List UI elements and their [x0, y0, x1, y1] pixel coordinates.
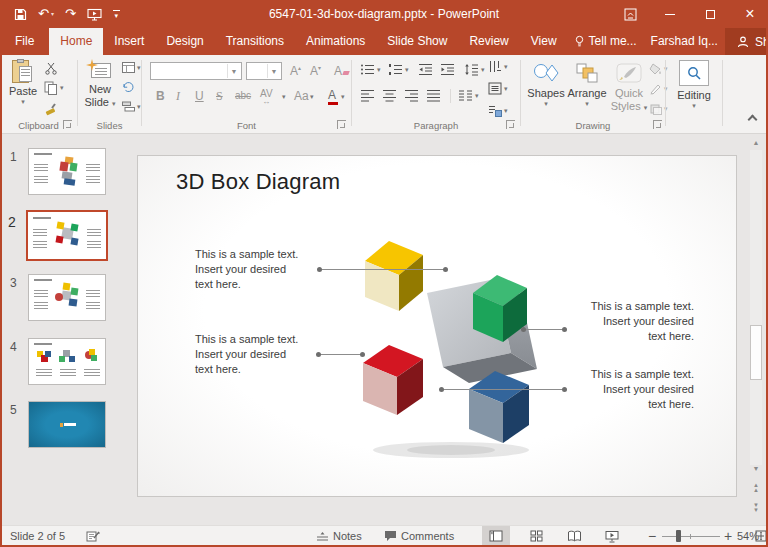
scrollbar-track[interactable]	[750, 150, 762, 465]
tab-slide-show[interactable]: Slide Show	[376, 28, 458, 55]
shape-effects-icon	[649, 103, 662, 115]
yellow-box[interactable]	[365, 241, 423, 311]
font-color-button[interactable]: A	[328, 88, 338, 105]
paragraph-dialog-launcher[interactable]	[506, 120, 515, 129]
paste-button[interactable]: Paste ▾	[7, 59, 39, 106]
align-left-button[interactable]	[360, 89, 375, 102]
slide-canvas[interactable]: 3D Box Diagram	[137, 155, 737, 497]
align-center-button[interactable]	[382, 89, 397, 102]
increase-indent-button[interactable]	[440, 63, 455, 76]
font-size-dropdown-icon[interactable]: ▼	[267, 64, 280, 78]
notes-button[interactable]: Notes	[316, 526, 362, 546]
decrease-font-size-button[interactable]: A▾	[310, 64, 321, 78]
character-spacing-dropdown-icon[interactable]: ▾	[282, 93, 286, 101]
zoom-out-button[interactable]: −	[648, 526, 656, 546]
3d-box-diagram[interactable]	[331, 221, 571, 461]
font-size-combobox[interactable]: ▼	[246, 62, 282, 80]
text-direction-button[interactable]: ▾	[488, 60, 508, 73]
zoom-slider-thumb[interactable]	[676, 530, 681, 542]
text-block-bottom-left[interactable]: This is a sample text. Insert your desir…	[195, 332, 305, 377]
editing-group: Editing ▾	[666, 55, 722, 133]
align-right-button[interactable]	[404, 89, 419, 102]
account-name[interactable]: Farshad Iq...	[644, 28, 725, 55]
quick-styles-icon	[616, 62, 642, 84]
justify-button[interactable]	[426, 89, 441, 102]
tab-insert[interactable]: Insert	[103, 28, 155, 55]
copy-button[interactable]: ▾	[44, 81, 64, 95]
tab-design[interactable]: Design	[155, 28, 214, 55]
new-slide-button[interactable]: New Slide ▾	[81, 59, 119, 109]
shapes-button[interactable]: Shapes ▾	[527, 60, 565, 108]
text-shadow-button[interactable]: S	[216, 89, 223, 104]
text-block-top-left[interactable]: This is a sample text. Insert your desir…	[195, 247, 305, 292]
reset-button[interactable]	[122, 81, 135, 93]
maximize-button[interactable]	[702, 6, 718, 22]
arrange-button[interactable]: Arrange ▾	[567, 60, 607, 108]
scrollbar-thumb[interactable]	[750, 325, 762, 380]
quick-styles-label-1: Quick	[609, 87, 649, 100]
reading-view-button[interactable]	[560, 526, 588, 546]
clear-formatting-button[interactable]: A	[334, 64, 349, 78]
slide-show-view-button[interactable]	[598, 526, 626, 546]
slide-title[interactable]: 3D Box Diagram	[176, 169, 340, 195]
clipboard-dialog-launcher[interactable]	[63, 120, 72, 129]
italic-button[interactable]: I	[176, 89, 180, 104]
decrease-indent-button[interactable]	[418, 63, 433, 76]
convert-to-smartart-button[interactable]: ▾	[488, 104, 508, 117]
tab-home[interactable]: Home	[49, 28, 103, 55]
spell-check-button[interactable]	[86, 526, 100, 546]
zoom-in-button[interactable]: +	[724, 526, 732, 546]
previous-slide-button[interactable]: ▲▲	[750, 480, 762, 496]
align-text-button[interactable]: ▾	[488, 82, 508, 95]
character-spacing-button[interactable]: AV↔	[260, 88, 273, 104]
font-name-dropdown-icon[interactable]: ▼	[227, 64, 240, 78]
close-button[interactable]: ×	[742, 6, 758, 22]
layout-button[interactable]: ▾	[122, 62, 141, 73]
quick-styles-button[interactable]: Quick Styles ▾	[609, 60, 649, 113]
font-name-combobox[interactable]: ▼	[150, 62, 242, 80]
tab-file[interactable]: File	[0, 28, 49, 55]
increase-font-size-button[interactable]: A▴	[290, 64, 301, 78]
tell-me-box[interactable]: Tell me...	[568, 28, 644, 55]
tab-view[interactable]: View	[520, 28, 568, 55]
blue-box[interactable]	[469, 371, 529, 443]
strikethrough-button[interactable]: abc	[235, 90, 251, 101]
normal-view-button[interactable]	[482, 526, 510, 546]
columns-button[interactable]: ▾	[458, 89, 479, 102]
scroll-down-arrow[interactable]: ▼	[750, 462, 762, 476]
minimize-button[interactable]	[662, 6, 678, 22]
share-button[interactable]: Share	[725, 28, 768, 55]
tab-animations[interactable]: Animations	[295, 28, 376, 55]
title-bar: ↶▾ ↷ ▾ 6547-01-3d-box-diagram.pptx - Pow…	[0, 0, 768, 28]
numbering-button[interactable]: ▾	[388, 63, 409, 76]
change-case-dropdown-icon[interactable]: ▾	[310, 93, 314, 101]
ribbon-display-options-button[interactable]	[622, 6, 638, 22]
red-box[interactable]	[363, 345, 423, 415]
paste-icon	[12, 59, 34, 85]
next-slide-button[interactable]: ▼▼	[750, 500, 762, 516]
font-color-dropdown-icon[interactable]: ▾	[341, 93, 345, 101]
bullets-button[interactable]: ▾	[360, 63, 381, 76]
window-controls: ×	[622, 0, 758, 28]
format-painter-button[interactable]	[44, 102, 58, 116]
tab-review[interactable]: Review	[458, 28, 519, 55]
font-dialog-launcher[interactable]	[337, 120, 346, 129]
drawing-dialog-launcher[interactable]	[653, 120, 662, 129]
text-block-top-right[interactable]: This is a sample text. Insert your desir…	[578, 299, 694, 344]
section-button[interactable]: ▾	[122, 101, 141, 112]
editing-button[interactable]: Editing ▾	[674, 60, 714, 110]
zoom-slider-track[interactable]	[662, 536, 720, 537]
line-spacing-button[interactable]: ▾	[464, 63, 485, 76]
change-case-button[interactable]: Aa	[294, 89, 309, 103]
fit-slide-to-window-button[interactable]	[754, 526, 768, 546]
underline-button[interactable]: U	[195, 89, 204, 103]
tab-transitions[interactable]: Transitions	[215, 28, 295, 55]
slide-number-indicator[interactable]: Slide 2 of 5	[10, 526, 65, 546]
comments-button[interactable]: Comments	[384, 526, 454, 546]
bold-button[interactable]: B	[156, 89, 165, 103]
slide-sorter-view-button[interactable]	[522, 526, 550, 546]
collapse-ribbon-button[interactable]	[748, 115, 758, 125]
scroll-up-arrow[interactable]: ▲	[750, 136, 762, 150]
text-block-bottom-right[interactable]: This is a sample text. Insert your desir…	[578, 367, 694, 412]
cut-button[interactable]	[44, 62, 58, 75]
